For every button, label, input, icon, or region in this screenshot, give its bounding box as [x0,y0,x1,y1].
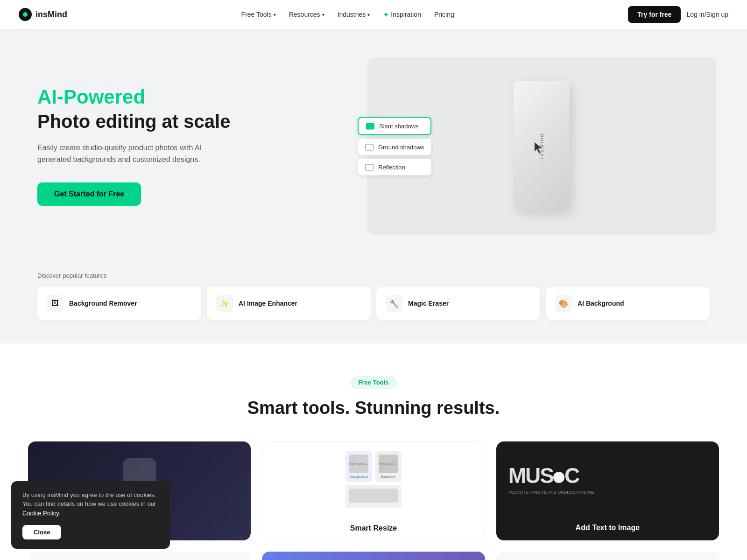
chevron-down-icon: ▾ [367,12,370,17]
nav-actions: Try for free Log in/Sign up [628,6,728,23]
cookie-banner: By using insMind you agree to the use of… [11,481,170,549]
get-started-button[interactable]: Get Started for Free [37,182,141,206]
feature-image-enhancer[interactable]: ✨ AI Image Enhancer [207,287,371,320]
logo[interactable]: insMind [19,8,67,21]
free-tools-badge: Free Tools [350,376,397,389]
sparkle-icon: ✦ [383,10,389,19]
tool-ai-filter[interactable]: → AI Filter [262,552,485,560]
nav-free-tools[interactable]: Free Tools ▾ [241,11,276,18]
nav-industries[interactable]: Industries ▾ [338,11,370,18]
ai-background-label: AI Background [578,300,624,307]
tool-extra[interactable]: A A [496,552,719,560]
feature-magic-eraser[interactable]: 🔧 Magic Eraser [376,287,540,320]
add-text-title: Add Text to Image [496,516,719,539]
extra-visual: A [496,552,719,560]
logo-icon [19,8,32,21]
ai-background-icon: 🎨 [555,295,572,312]
background-remover-icon: 🖼 [47,295,63,312]
product-collage-visual [28,552,251,560]
nav-pricing[interactable]: Pricing [434,11,454,18]
cookie-close-button[interactable]: Close [22,525,61,539]
hero-left: AI-Powered Photo editing at scale Easily… [37,86,233,205]
smart-resize-visual: New prod... New product New prod... Earp… [262,442,484,517]
tube-label: insMind [539,133,544,159]
hero-section: AI-Powered Photo editing at scale Easily… [0,29,747,263]
hero-product-box: Slant shadows Ground shadows Reflection … [367,57,716,235]
nav-resources[interactable]: Resources ▾ [289,11,324,18]
hero-right: Slant shadows Ground shadows Reflection … [336,29,747,263]
background-remover-label: Background Remover [69,300,137,307]
try-for-free-button[interactable]: Try for free [628,6,681,23]
navbar: insMind Free Tools ▾ Resources ▾ Industr… [0,0,747,29]
reflection-option[interactable]: Reflection [358,159,431,175]
features-cards: 🖼 Background Remover ✨ AI Image Enhancer… [37,287,710,320]
nav-inspiration[interactable]: ✦ Inspiration [383,10,421,19]
image-enhancer-icon: ✨ [216,295,233,312]
image-enhancer-label: AI Image Enhancer [239,300,297,307]
magic-eraser-icon: 🔧 [386,295,402,312]
free-tools-title: Smart tools. Stunning results. [28,398,719,418]
hero-tag: AI-Powered [37,86,233,108]
cookie-policy-link[interactable]: Cookie Policy [22,510,59,517]
ground-shadows-option[interactable]: Ground shadows [358,139,431,155]
slant-shadows-icon [366,123,374,129]
features-label: Discover popular features [37,272,710,279]
logo-dot [23,12,28,17]
feature-ai-background[interactable]: 🎨 AI Background [546,287,710,320]
product-tube: insMind [514,81,570,211]
hero-description: Easily create studio-quality product pho… [37,142,233,166]
logo-text: insMind [35,10,67,20]
hero-title: Photo editing at scale [37,110,233,133]
add-text-visual: MUSC YOUTH IS INFINITE AND UNDERSTANDING [496,441,719,516]
tool-product-collage[interactable]: Product Collage [28,552,251,560]
ground-shadows-icon [365,144,374,150]
feature-background-remover[interactable]: 🖼 Background Remover [37,287,201,320]
chevron-down-icon: ▾ [274,12,276,17]
ai-filter-visual: → [262,552,485,560]
tool-add-text[interactable]: MUSC YOUTH IS INFINITE AND UNDERSTANDING… [496,441,719,540]
tool-smart-resize[interactable]: New prod... New product New prod... Earp… [262,441,485,540]
chevron-down-icon: ▾ [322,12,324,17]
cookie-text: By using insMind you agree to the use of… [22,490,159,518]
reflection-icon [365,164,374,170]
shadow-menu: Slant shadows Ground shadows Reflection [358,117,431,175]
nav-links: Free Tools ▾ Resources ▾ Industries ▾ ✦ … [241,10,454,19]
smart-resize-title: Smart Resize [262,517,484,540]
free-tools-badge-wrap: Free Tools [28,376,719,389]
features-strip: Discover popular features 🖼 Background R… [0,263,747,343]
login-button[interactable]: Log in/Sign up [686,11,728,18]
slant-shadows-option[interactable]: Slant shadows [358,117,431,135]
magic-eraser-label: Magic Eraser [408,300,449,307]
